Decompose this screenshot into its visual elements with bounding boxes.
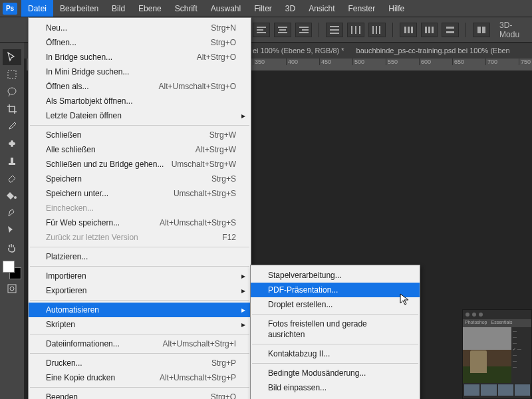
svg-rect-19	[408, 27, 410, 33]
pen-tool[interactable]	[3, 205, 21, 221]
lasso-tool[interactable]	[3, 84, 21, 100]
cursor-icon	[399, 293, 410, 309]
file-menu-dropdown: Neu...Strg+NÖffnen...Strg+OIn Bridge suc…	[28, 17, 251, 399]
app-icon: Ps	[3, 3, 17, 15]
bucket-tool[interactable]	[3, 188, 21, 203]
file-menu-item[interactable]: Letzte Dateien öffnen▸	[29, 108, 251, 123]
mode-icon[interactable]	[473, 23, 490, 37]
svg-rect-8	[299, 32, 309, 33]
file-menu-item[interactable]: Als Smartobjekt öffnen...	[29, 94, 251, 108]
menu-ansicht[interactable]: Ansicht	[302, 0, 341, 17]
preview-window: PhotoshopEssentials ———✓ ————	[462, 309, 532, 399]
svg-rect-22	[428, 27, 430, 33]
quickmask-icon[interactable]	[3, 281, 21, 297]
svg-rect-17	[379, 26, 380, 34]
file-menu-item[interactable]: Alle schließenAlt+Strg+W	[29, 142, 251, 157]
file-menu-item[interactable]: Dateiinformationen...Alt+Umschalt+Strg+I	[29, 336, 251, 351]
align-icon[interactable]	[274, 23, 291, 37]
svg-rect-4	[279, 29, 286, 31]
automate-item[interactable]: Droplet erstellen...	[251, 297, 420, 312]
file-menu-item[interactable]: Automatisieren▸	[29, 303, 251, 317]
svg-rect-20	[411, 27, 413, 33]
file-menu-item[interactable]: SpeichernStrg+S	[29, 172, 251, 186]
distribute-icon[interactable]	[326, 23, 343, 37]
svg-rect-3	[278, 27, 287, 28]
move-tool[interactable]	[3, 49, 21, 65]
svg-rect-7	[302, 29, 309, 31]
stamp-tool[interactable]	[3, 153, 21, 169]
file-menu-item[interactable]: Eine Kopie druckenAlt+Umschalt+Strg+P	[29, 370, 251, 385]
menu-3d[interactable]: 3D	[279, 0, 302, 17]
svg-rect-33	[11, 158, 13, 163]
path-tool[interactable]	[3, 222, 21, 238]
file-menu-item[interactable]: SchließenStrg+W	[29, 128, 251, 142]
svg-rect-12	[351, 26, 352, 34]
menu-hilfe[interactable]: Hilfe	[382, 0, 411, 17]
align-icon[interactable]	[295, 23, 313, 37]
distribute-icon[interactable]	[347, 23, 364, 37]
window-controls	[463, 310, 531, 319]
menu-bearbeiten[interactable]: Bearbeiten	[53, 0, 105, 17]
automate-item[interactable]: Kontaktabzug II...	[251, 346, 420, 361]
file-menu-item[interactable]: Platzieren...	[29, 249, 251, 264]
distribute-icon[interactable]	[421, 23, 438, 37]
eraser-tool[interactable]	[3, 170, 21, 186]
file-menu-item[interactable]: Öffnen...Strg+O	[29, 35, 251, 50]
menu-fenster[interactable]: Fenster	[342, 0, 382, 17]
preview-side-panel: ———✓ ————	[511, 327, 531, 383]
document-tab[interactable]: bauchbinde_ps-cc-training.psd bei 100% (…	[356, 47, 510, 55]
menu-filter[interactable]: Filter	[247, 0, 279, 17]
automate-item[interactable]: PDF-Präsentation...	[251, 283, 420, 297]
svg-rect-2	[257, 32, 266, 33]
file-menu-item[interactable]: Exportieren▸	[29, 283, 251, 298]
color-swatch[interactable]	[3, 261, 21, 279]
automate-item[interactable]: Fotos freistellen und gerade ausrichten	[251, 317, 420, 342]
file-menu-item[interactable]: BeendenStrg+Q	[29, 390, 251, 399]
file-menu-item[interactable]: Skripten▸	[29, 317, 251, 332]
svg-rect-25	[446, 31, 454, 33]
align-icon[interactable]	[253, 23, 270, 37]
svg-rect-11	[330, 33, 339, 34]
svg-rect-31	[11, 140, 13, 147]
svg-point-29	[8, 88, 16, 94]
distribute-icon[interactable]	[368, 23, 386, 37]
eyedropper-tool[interactable]	[3, 118, 21, 134]
document-tab[interactable]: ei 100% (Ebene 9, RGB/8) *	[253, 47, 344, 55]
file-menu-item: Einchecken...	[29, 201, 251, 215]
automate-item[interactable]: Bild einpassen...	[251, 380, 420, 395]
svg-rect-27	[482, 27, 485, 33]
automate-item[interactable]: Objektivkorrektur...	[251, 395, 420, 399]
file-menu-item[interactable]: Drucken...Strg+P	[29, 356, 251, 370]
menu-auswahl[interactable]: Auswahl	[204, 0, 247, 17]
distribute-icon[interactable]	[442, 23, 459, 37]
svg-rect-6	[299, 27, 309, 28]
menu-bar: Ps DateiBearbeitenBildEbeneSchriftAuswah…	[0, 0, 532, 17]
file-menu-item[interactable]: Öffnen als...Alt+Umschalt+Strg+O	[29, 79, 251, 94]
automate-item[interactable]: Stapelverarbeitung...	[251, 268, 420, 283]
healing-tool[interactable]	[3, 136, 21, 152]
distribute-icon[interactable]	[400, 23, 417, 37]
svg-rect-21	[425, 27, 427, 33]
automate-item[interactable]: Bedingte Modusänderung...	[251, 366, 420, 380]
file-menu-item[interactable]: In Bridge suchen...Alt+Strg+O	[29, 50, 251, 65]
crop-tool[interactable]	[3, 101, 21, 117]
marquee-tool[interactable]	[3, 66, 21, 82]
file-menu-item[interactable]: Importieren▸	[29, 269, 251, 283]
file-menu-item[interactable]: Speichern unter...Umschalt+Strg+S	[29, 186, 251, 201]
menu-datei[interactable]: Datei	[21, 0, 53, 17]
menu-schrift[interactable]: Schrift	[168, 0, 204, 17]
svg-rect-24	[446, 27, 454, 29]
file-menu-item[interactable]: Neu...Strg+N	[29, 21, 251, 35]
hand-tool[interactable]	[3, 239, 21, 255]
file-menu-item[interactable]: In Mini Bridge suchen...	[29, 65, 251, 79]
svg-rect-32	[9, 163, 15, 165]
automate-submenu: Stapelverarbeitung...PDF-Präsentation...…	[250, 265, 420, 399]
svg-rect-26	[477, 27, 481, 33]
file-menu-item: Zurück zur letzten VersionF12	[29, 230, 251, 245]
mode-label[interactable]: 3D-Modu	[499, 21, 532, 39]
file-menu-item[interactable]: Schließen und zu Bridge gehen...Umschalt…	[29, 157, 251, 172]
menu-bild[interactable]: Bild	[105, 0, 132, 17]
file-menu-item[interactable]: Für Web speichern...Alt+Umschalt+Strg+S	[29, 215, 251, 230]
svg-rect-9	[330, 26, 339, 27]
menu-ebene[interactable]: Ebene	[132, 0, 168, 17]
